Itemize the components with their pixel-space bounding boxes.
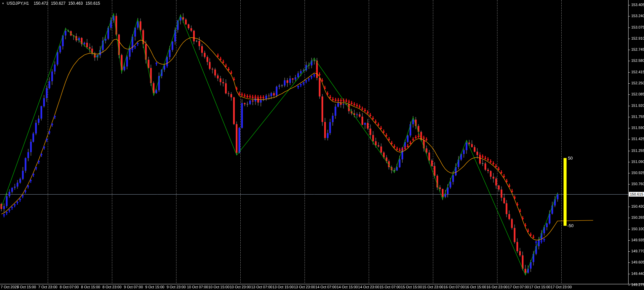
metatrader-chart-window: ▼ USDJPY,H1 150.472 150.627 150.463 150.… <box>0 0 644 290</box>
time-axis-label: 9 Oct 07:00 <box>124 285 143 289</box>
time-axis-label: 14 Oct 23:00 <box>358 285 379 289</box>
signal-upper-label: 50 <box>568 156 573 161</box>
time-axis-label: 7 Oct 23:00 <box>38 285 57 289</box>
price-tick-label: 151.255 <box>631 149 644 153</box>
signal-lower-label: -50 <box>567 223 574 228</box>
ohlc-high: 150.627 <box>51 1 66 6</box>
time-axis-label: 17 Oct 23:00 <box>551 285 572 289</box>
price-tick-label: 149.605 <box>631 260 644 264</box>
price-tick-label: 150.430 <box>631 204 644 208</box>
price-tick-label: 152.745 <box>631 47 644 51</box>
price-tick-label: 152.250 <box>631 81 644 85</box>
time-axis-label: 16 Oct 15:00 <box>465 285 486 289</box>
ohlc-close: 150.615 <box>85 1 100 6</box>
window-menu-icon[interactable]: ▼ <box>2 2 4 5</box>
price-tick-label: 152.910 <box>631 36 644 40</box>
time-axis-label: 13 Oct 23:00 <box>294 285 315 289</box>
price-tick-label: 152.580 <box>631 58 644 63</box>
time-axis-label: 16 Oct 23:00 <box>486 285 508 289</box>
price-tick-label: 151.090 <box>631 160 644 164</box>
time-axis-label: 13 Oct 07:00 <box>251 285 272 289</box>
price-tick-label: 149.770 <box>631 249 644 253</box>
price-tick-label: 150.760 <box>631 182 644 186</box>
time-axis-label: 9 Oct 23:00 <box>167 285 186 289</box>
time-axis-label: 13 Oct 15:00 <box>273 285 294 289</box>
time-axis-label: 15 Oct 07:00 <box>379 285 401 289</box>
price-tick-label: 152.085 <box>631 92 644 96</box>
ohlc-open: 150.472 <box>34 1 48 6</box>
price-tick-label: 150.925 <box>631 171 644 175</box>
time-axis-label: 9 Oct 15:00 <box>145 285 164 289</box>
price-tick-label: 153.240 <box>631 14 644 18</box>
price-tick-label: 149.440 <box>631 272 644 276</box>
price-tick-label: 153.405 <box>631 3 644 7</box>
price-tick-label: 149.935 <box>631 238 644 242</box>
time-axis-label: 14 Oct 15:00 <box>337 285 358 289</box>
current-price-tag: 150.615 <box>629 192 644 197</box>
time-axis-label: 14 Oct 07:00 <box>315 285 336 289</box>
price-tick-label: 151.590 <box>631 126 644 130</box>
ohlc-low: 150.463 <box>68 1 83 6</box>
time-axis-label: 8 Oct 23:00 <box>103 285 122 289</box>
time-axis-label: 17 Oct 07:00 <box>508 285 529 289</box>
time-axis-label: 15 Oct 23:00 <box>422 285 443 289</box>
price-tick-label: 153.075 <box>631 25 644 29</box>
chart-title: ▼ USDJPY,H1 150.472 150.627 150.463 150.… <box>2 1 100 6</box>
time-axis-label: 8 Oct 15:00 <box>81 285 100 289</box>
time-axis-label: 16 Oct 07:00 <box>444 285 465 289</box>
symbol-period-label: USDJPY,H1 <box>7 1 29 6</box>
price-tick-label: 152.415 <box>631 70 644 74</box>
time-axis-label: 7 Oct 2025 <box>1 285 19 289</box>
price-chart-canvas[interactable] <box>0 0 644 290</box>
time-axis-label: 10 Oct 15:00 <box>208 285 230 289</box>
price-tick-label: 149.275 <box>631 283 644 287</box>
time-axis-label: 10 Oct 07:00 <box>187 285 208 289</box>
price-tick-label: 150.265 <box>631 215 644 219</box>
time-axis-label: 15 Oct 15:00 <box>401 285 422 289</box>
time-axis-label: 7 Oct 15:00 <box>17 285 36 289</box>
time-axis-label: 10 Oct 23:00 <box>230 285 251 289</box>
current-price-value: 150.615 <box>630 192 643 196</box>
price-tick-label: 151.920 <box>631 103 644 108</box>
price-tick-label: 150.100 <box>631 227 644 231</box>
time-axis-label: 8 Oct 07:00 <box>59 285 79 289</box>
price-tick-label: 151.425 <box>631 137 644 141</box>
time-axis-label: 17 Oct 15:00 <box>529 285 550 289</box>
price-tick-label: 151.755 <box>631 115 644 119</box>
